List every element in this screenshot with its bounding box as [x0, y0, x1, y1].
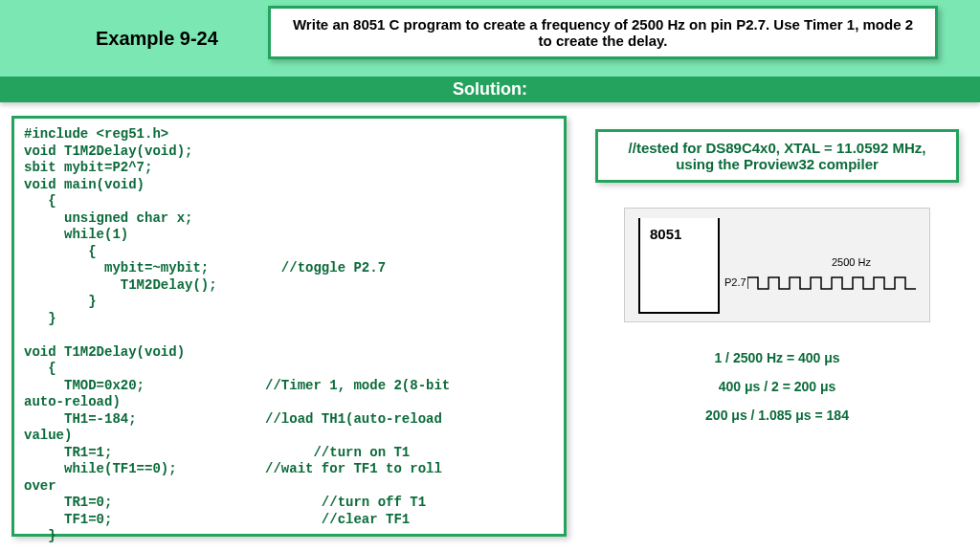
calc-line-2: 400 μs / 2 = 200 μs — [719, 379, 836, 394]
pin-label: P2.7 — [724, 276, 746, 288]
example-label: Example 9-24 — [96, 28, 218, 50]
right-column: //tested for DS89C4x0, XTAL = 11.0592 MH… — [586, 116, 969, 537]
calc-line-3: 200 μs / 1.085 μs = 184 — [705, 408, 849, 423]
square-wave-icon — [747, 274, 920, 293]
calc-line-1: 1 / 2500 Hz = 400 μs — [714, 350, 839, 365]
compiler-note: //tested for DS89C4x0, XTAL = 11.0592 MH… — [595, 129, 959, 183]
code-listing: #include <reg51.h> void T1M2Delay(void);… — [11, 116, 567, 537]
solution-bar: Solution: — [0, 77, 980, 102]
chip-label: 8051 — [650, 226, 681, 242]
header-band: Example 9-24 Write an 8051 C program to … — [0, 0, 980, 77]
content-area: #include <reg51.h> void T1M2Delay(void);… — [0, 102, 980, 550]
frequency-label: 2500 Hz — [832, 256, 871, 268]
problem-statement: Write an 8051 C program to create a freq… — [268, 6, 938, 59]
chip-diagram: 8051 P2.7 2500 Hz — [624, 208, 930, 322]
